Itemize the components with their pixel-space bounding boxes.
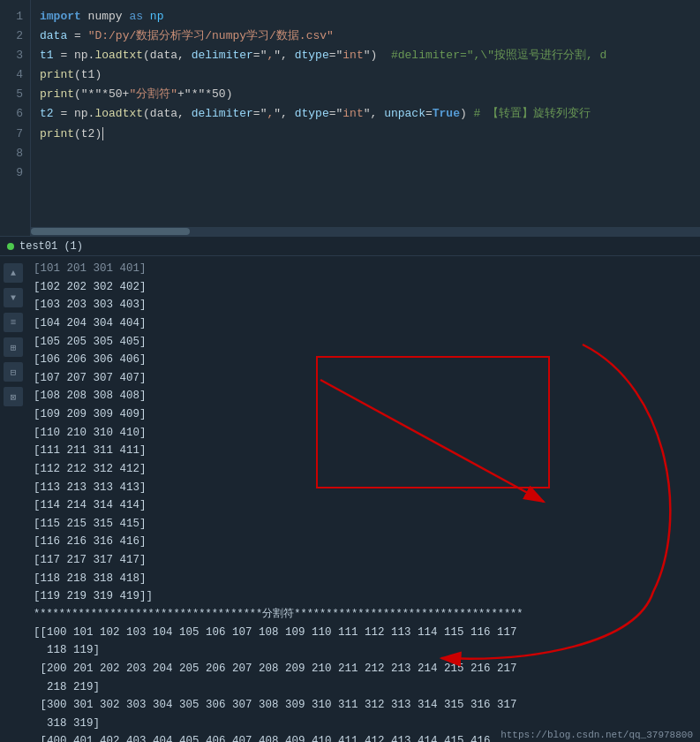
line-num-6: 6 <box>0 104 23 124</box>
term-line-11: [112 212 312 412] <box>34 460 693 479</box>
term-line-15: [116 216 316 416] <box>34 533 693 551</box>
line-num-2: 2 <box>0 26 23 46</box>
term-line-23: [300 301 302 303 304 305 306 307 308 309… <box>34 696 693 715</box>
code-line-3: t1 = np.loadtxt(data, delimiter=",", dty… <box>40 46 691 65</box>
file-icon[interactable]: ≡ <box>4 313 23 332</box>
code-content[interactable]: import numpy as np data = "D:/py/数据分析学习/… <box>31 0 700 236</box>
term-line-3: [104 204 304 404] <box>34 314 693 333</box>
term-line-8: [109 209 309 409] <box>34 405 693 424</box>
code-line-5: print("*"*50+"分割符"+"*"*50) <box>40 85 691 104</box>
term-line-2: [103 203 303 403] <box>34 296 693 314</box>
term-line-16: [117 217 317 417] <box>34 551 693 570</box>
term-line-14: [115 215 315 415] <box>34 515 693 534</box>
code-line-4: print(t1) <box>40 65 691 85</box>
line-num-4: 4 <box>0 65 23 85</box>
line-num-3: 3 <box>0 46 23 65</box>
scrollbar-thumb[interactable] <box>31 228 190 235</box>
term-line-10: [111 211 311 411] <box>34 442 693 460</box>
term-line-0: [101 201 301 401] <box>34 260 693 278</box>
term-line-4: [105 205 305 405] <box>34 333 693 352</box>
term-line-9: [110 210 310 410] <box>34 424 693 443</box>
term-line-6: [107 207 307 407] <box>34 369 693 388</box>
run-indicator: test01 (1) <box>7 240 83 253</box>
terminal-title: test01 (1) <box>19 240 83 253</box>
line-numbers: 1 2 3 4 5 6 7 8 9 <box>0 0 31 236</box>
term-line-13: [114 214 314 414] <box>34 496 693 515</box>
print-icon[interactable]: ⊟ <box>4 362 23 382</box>
terminal-panel: test01 (1) ▲ ▼ ≡ ⊞ ⊟ ⊠ [101 201 301 401]… <box>0 237 700 742</box>
code-line-9 <box>40 163 691 183</box>
code-line-6: t2 = np.loadtxt(data, delimiter=",", dty… <box>40 104 691 124</box>
term-line-12: [113 213 313 413] <box>34 479 693 497</box>
scroll-up-button[interactable]: ▲ <box>4 263 23 283</box>
term-line-19: [[100 101 102 103 104 105 106 107 108 10… <box>34 624 693 642</box>
code-line-8 <box>40 144 691 163</box>
copy-icon[interactable]: ⊞ <box>4 337 23 357</box>
delete-icon[interactable]: ⊠ <box>4 387 23 406</box>
line-num-1: 1 <box>0 7 23 26</box>
run-status-dot <box>7 243 14 250</box>
terminal-left-icons: ▲ ▼ ≡ ⊞ ⊟ ⊠ <box>0 256 26 742</box>
horizontal-scrollbar[interactable] <box>31 227 700 236</box>
term-line-22: 218 219] <box>34 678 693 697</box>
code-line-1: import numpy as np <box>40 7 691 26</box>
line-num-9: 9 <box>0 163 23 183</box>
term-line-18: [119 219 319 419]] <box>34 587 693 606</box>
line-num-5: 5 <box>0 85 23 104</box>
terminal-output: [101 201 301 401] [102 202 302 402] [103… <box>26 256 700 742</box>
term-line-17: [118 218 318 418] <box>34 570 693 588</box>
code-line-7: print(t2) <box>40 125 691 144</box>
term-divider-line: ************************************分割符*… <box>34 606 693 624</box>
term-line-5: [106 206 306 406] <box>34 351 693 369</box>
url-bar: https://blog.csdn.net/qq_37978800 <box>493 728 700 742</box>
code-line-2: data = "D:/py/数据分析学习/numpy学习/数据.csv" <box>40 26 691 46</box>
term-line-21: [200 201 202 203 204 205 206 207 208 209… <box>34 660 693 678</box>
term-line-7: [108 208 308 408] <box>34 387 693 405</box>
code-editor: 1 2 3 4 5 6 7 8 9 import numpy as np dat… <box>0 0 700 237</box>
scroll-down-button[interactable]: ▼ <box>4 288 23 307</box>
terminal-header: test01 (1) <box>0 237 700 256</box>
term-line-20: 118 119] <box>34 641 693 660</box>
term-line-1: [102 202 302 402] <box>34 278 693 297</box>
line-num-8: 8 <box>0 144 23 163</box>
line-num-7: 7 <box>0 125 23 144</box>
